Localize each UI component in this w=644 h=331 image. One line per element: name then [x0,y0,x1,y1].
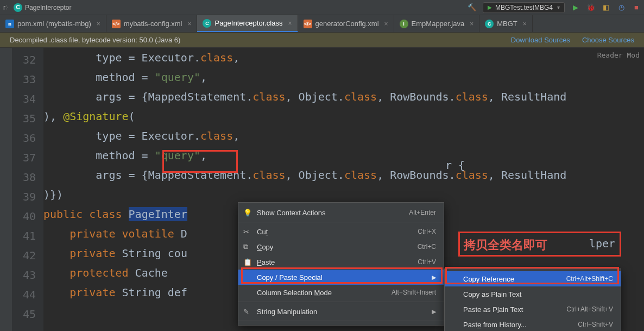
chevron-down-icon: ▾ [557,4,560,10]
ctx-item-4[interactable]: 📋PasteCtrl+V [238,254,444,270]
run-config-select[interactable]: ▶ MBGTest.testMBG4 ▾ [483,2,565,13]
shortcut-label: Ctrl+X [405,228,436,235]
tab-label: pom.xml (mybatis-mbg) [17,20,91,28]
code-line [445,175,615,195]
menu-item-label: Copy / Paste Special [257,273,323,282]
tab-label: mybatis-config.xml [124,20,182,28]
breadcrumb-file[interactable]: PageInterceptor [25,4,71,11]
debug-button[interactable]: 🐞 [586,3,595,12]
menu-item-label: Show Context Actions [257,209,325,217]
ctx-item-8[interactable]: ✎String Manipulation▶ [238,304,444,319]
profile-button[interactable]: ◷ [617,3,626,12]
menu-item-label: String Manipulation [257,308,317,316]
xml-icon: </> [112,20,121,28]
download-sources-link[interactable]: Download Sources [511,36,570,44]
menu-item-label: Copy Reference [463,275,514,283]
line-number: 32 [12,50,43,70]
menu-icon: 📋 [243,258,252,266]
menu-item-label: Copy as Plain Text [463,290,521,298]
ctx-item-0[interactable]: 💡Show Context ActionsAlt+Enter [238,205,444,220]
line-number: 34 [12,89,43,109]
line-gutter: 3233343536373839404142434445 [12,48,43,331]
top-toolbar: r 〉 C PageInterceptor 🔨 ▶ MBGTest.testMB… [0,0,644,15]
ctx-item-3[interactable]: ⧉CopyCtrl+C [238,239,444,254]
shortcut-label: Ctrl+Alt+Shift+C [553,275,613,283]
class-icon: C [14,3,22,12]
code-line [445,214,615,234]
code-line: r { [445,155,615,175]
menu-item-label: Paste from History... [463,321,527,329]
ctx-item-5[interactable]: Copy / Paste Special▶ [238,270,444,285]
sub-item-1[interactable]: Copy as Plain Text [445,286,621,302]
close-icon[interactable]: × [470,20,473,28]
shortcut-label: Alt+Shift+Insert [378,289,436,296]
choose-sources-link[interactable]: Choose Sources [582,36,634,44]
line-number: 43 [12,265,43,285]
shortcut-label: Ctrl+C [405,243,436,251]
menu-icon: ✎ [243,308,252,316]
menu-separator [238,302,444,302]
tab-emp[interactable]: IEmpMapper.java× [394,15,480,32]
tab-mbc[interactable]: </>mybatis-config.xml× [106,15,198,32]
tab-label: MBGT [497,20,517,28]
line-number: 44 [12,285,43,304]
sub-item-3[interactable]: Paste from History...Ctrl+Shift+V [445,317,621,331]
close-icon[interactable]: × [288,20,292,27]
interface-icon: I [400,20,408,28]
editor-tabs: mpom.xml (mybatis-mbg)×</>mybatis-config… [0,15,644,33]
shortcut-label: Ctrl+V [405,258,436,266]
menu-item-label: Cut [257,228,268,236]
shortcut-label: Ctrl+Alt+Shift+V [553,305,613,313]
submenu-arrow-icon: ▶ [419,308,436,315]
maven-icon: m [5,20,14,28]
menu-separator [238,321,444,321]
line-number: 40 [12,207,43,226]
coverage-button[interactable]: ◧ [602,3,610,12]
close-icon[interactable]: × [523,20,527,28]
menu-item-label: Paste as Plain Text [463,305,523,314]
banner-text: Decompiled .class file, bytecode version… [10,36,180,44]
menu-item-label: Copy [257,243,273,251]
tab-mbgt[interactable]: CMBGT× [479,15,533,32]
tab-label: EmpMapper.java [412,20,465,28]
code-line[interactable]: ), @Signature( [43,107,644,126]
menu-separator [238,222,444,222]
run-button[interactable]: ▶ [571,3,580,12]
chevron-right-icon: 〉 [5,4,11,11]
reader-mode-label[interactable]: Reader Mod [597,51,640,59]
menu-icon: 💡 [243,209,252,217]
tab-pom[interactable]: mpom.xml (mybatis-mbg)× [0,15,106,32]
close-icon[interactable]: × [97,20,100,28]
code-line[interactable]: method = "query", [43,67,644,87]
xml-icon: </> [304,20,312,28]
hammer-icon[interactable]: 🔨 [468,3,476,12]
sub-item-0[interactable]: Copy ReferenceCtrl+Alt+Shift+C [445,271,621,286]
menu-item-label: Column Selection Mode [257,289,332,297]
tab-pint[interactable]: CPageInterceptor.class× [197,15,298,32]
run-config-label: MBGTest.testMBG4 [495,4,553,11]
sub-item-2[interactable]: Paste as Plain TextCtrl+Alt+Shift+V [445,302,621,317]
code-line[interactable]: type = Executor.class, [43,48,644,67]
line-number: 41 [12,226,43,246]
shortcut-label: Alt+Enter [396,209,436,216]
tab-gcfg[interactable]: </>generatorConfig.xml× [298,15,394,32]
stop-button[interactable]: ■ [632,3,641,12]
code-line[interactable]: type = Executor.class, [43,126,644,146]
context-submenu: Copy ReferenceCtrl+Alt+Shift+CCopy as Pl… [444,268,621,331]
shortcut-label: Ctrl+Shift+V [565,321,613,328]
code-line[interactable]: args = {MappedStatement.class, Object.cl… [43,87,644,107]
ctx-item-6[interactable]: Column Selection ModeAlt+Shift+Insert [238,285,444,300]
code-line [445,195,615,214]
line-number: 35 [12,109,43,128]
play-icon: ▶ [488,4,492,10]
line-number: 38 [12,167,43,187]
close-icon[interactable]: × [187,20,191,28]
close-icon[interactable]: × [384,20,388,28]
tab-label: PageInterceptor.class [214,19,282,27]
line-number: 33 [12,70,43,89]
menu-icon: ⧉ [243,242,252,251]
menu-item-label: Paste [257,258,275,266]
context-menu: 💡Show Context ActionsAlt+Enter✂CutCtrl+X… [238,202,444,326]
ctx-item-2[interactable]: ✂CutCtrl+X [238,224,444,239]
line-number: 36 [12,128,43,148]
